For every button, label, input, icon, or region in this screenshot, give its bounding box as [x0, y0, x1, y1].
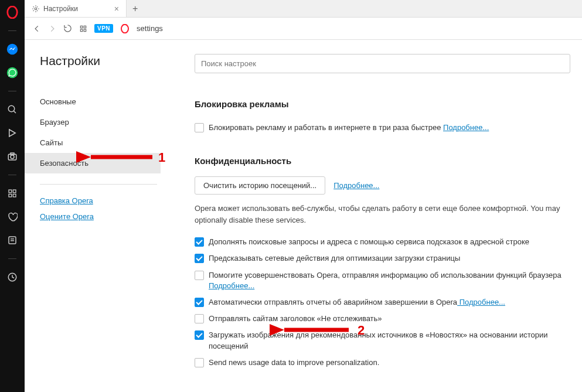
svg-rect-9 — [9, 190, 12, 193]
speed-dial-icon[interactable] — [6, 187, 19, 200]
sidebar-item-browser[interactable]: Браузер — [40, 112, 154, 132]
privacy-checkbox-2[interactable] — [195, 271, 204, 280]
address-bar: VPN settings — [25, 18, 582, 40]
sidebar-item-sites[interactable]: Сайты — [40, 132, 154, 153]
heart-icon[interactable] — [6, 210, 19, 223]
privacy-label-2: Помогите усовершенствовать Opera, отправ… — [209, 271, 561, 279]
tab-settings[interactable]: Настройки × — [25, 0, 127, 17]
section-title: Блокировка рекламы — [195, 99, 570, 109]
svg-rect-21 — [84, 29, 86, 32]
svg-line-4 — [13, 111, 16, 113]
clear-history-button[interactable]: Очистить историю посещений... — [195, 176, 325, 195]
rate-link[interactable]: Оцените Opera — [40, 209, 154, 224]
vpn-badge[interactable]: VPN — [94, 24, 113, 33]
reload-button[interactable] — [63, 24, 72, 33]
privacy-checkbox-0[interactable] — [195, 237, 204, 247]
whatsapp-icon[interactable] — [6, 66, 19, 79]
camera-icon[interactable] — [6, 150, 19, 163]
privacy-label-0: Дополнять поисковые запросы и адреса с п… — [209, 237, 529, 246]
close-icon[interactable]: × — [114, 4, 119, 13]
opera-icon — [120, 24, 130, 33]
history-icon[interactable] — [6, 271, 19, 284]
privacy-label-4: Отправлять сайтам заголовок «Не отслежив… — [209, 314, 382, 323]
privacy-more-link-3[interactable]: Подробнее... — [457, 298, 505, 306]
privacy-more-link[interactable]: Подробнее... — [333, 181, 379, 190]
svg-rect-12 — [13, 194, 16, 197]
svg-point-0 — [8, 6, 18, 18]
sidebar-item-security[interactable]: Безопасность — [25, 153, 161, 173]
adblock-checkbox[interactable] — [195, 123, 204, 132]
sidebar-item-basic[interactable]: Основные — [40, 91, 154, 112]
privacy-label-3: Автоматически отправлять отчеты об авари… — [209, 298, 457, 306]
help-link[interactable]: Справка Opera — [40, 193, 154, 209]
new-tab-button[interactable]: + — [127, 4, 144, 14]
address-text[interactable]: settings — [137, 24, 163, 33]
app-sidebar — [0, 0, 25, 392]
privacy-checkbox-5[interactable] — [195, 330, 204, 340]
opera-logo-icon[interactable] — [6, 6, 19, 19]
svg-marker-5 — [9, 129, 16, 137]
svg-rect-19 — [84, 26, 86, 28]
section-privacy: Конфиденциальность Очистить историю посе… — [195, 156, 570, 371]
search-input[interactable] — [195, 54, 570, 73]
svg-rect-11 — [9, 194, 12, 197]
privacy-checkbox-4[interactable] — [195, 314, 204, 323]
tab-title: Настройки — [43, 5, 78, 13]
grid-icon[interactable] — [79, 25, 87, 33]
section-title: Конфиденциальность — [195, 156, 570, 166]
svg-rect-10 — [13, 190, 16, 193]
messenger-icon[interactable] — [6, 43, 19, 56]
tab-bar: Настройки × + — [25, 0, 582, 18]
privacy-desc: Opera может использовать веб-службы, что… — [195, 203, 570, 226]
gear-icon — [32, 5, 40, 13]
adblock-more-link[interactable]: Подробнее... — [443, 123, 489, 132]
svg-point-17 — [35, 8, 37, 10]
privacy-checkbox-1[interactable] — [195, 254, 204, 263]
privacy-label-5: Загружать изображения для рекомендованны… — [209, 330, 548, 350]
news-icon[interactable] — [6, 234, 19, 247]
privacy-checkbox-3[interactable] — [195, 298, 204, 307]
play-icon[interactable] — [6, 127, 19, 139]
section-adblock: Блокировка рекламы Блокировать рекламу и… — [195, 99, 570, 136]
settings-main: Блокировка рекламы Блокировать рекламу и… — [154, 40, 582, 392]
svg-rect-18 — [80, 26, 83, 28]
back-button[interactable] — [33, 25, 41, 33]
forward-button[interactable] — [48, 25, 56, 33]
privacy-checkbox-6[interactable] — [195, 358, 204, 367]
adblock-label: Блокировать рекламу и работать в интерне… — [209, 123, 441, 132]
privacy-label-6: Send news usage data to improve personal… — [209, 358, 379, 367]
settings-sidebar: Настройки Основные Браузер Сайты Безопас… — [25, 40, 154, 392]
svg-rect-20 — [80, 29, 83, 32]
svg-point-22 — [121, 24, 128, 33]
search-icon[interactable] — [6, 103, 19, 116]
svg-point-7 — [11, 155, 14, 159]
svg-point-3 — [8, 105, 15, 112]
privacy-label-1: Предсказывать сетевые действия для оптим… — [209, 254, 460, 263]
privacy-more-link-2[interactable]: Подробнее... — [209, 281, 254, 290]
page-title: Настройки — [40, 54, 154, 68]
